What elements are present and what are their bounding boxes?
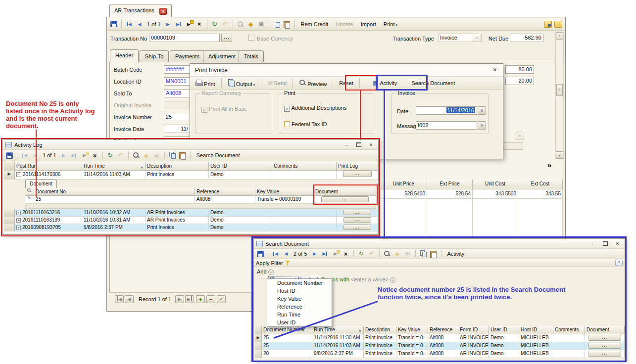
user-link-icon[interactable] — [543, 20, 552, 28]
scrollbar-thumb[interactable]: ≡ — [556, 84, 563, 96]
print-all-in-base-checkbox: ✓ Print All in Base — [201, 106, 247, 113]
tab-header[interactable]: Header — [110, 49, 139, 62]
additional-descriptions-checkbox[interactable]: ✓ Additional Descriptions — [284, 105, 346, 112]
chevron-down-icon: ▾ — [253, 83, 255, 87]
record-position-label: Record 1 of 1 — [136, 296, 174, 302]
save-icon[interactable] — [109, 20, 118, 28]
tab-adjustment[interactable]: Adjustment — [203, 50, 241, 62]
location-id-label: Location ID — [114, 79, 142, 85]
amount-field-1: 80.00 — [505, 65, 534, 74]
message-field[interactable]: I002 — [416, 121, 477, 130]
net-due-label: Net Due — [489, 36, 508, 42]
col-ext-cost[interactable]: Ext Cost — [518, 180, 563, 189]
invoice-group-title: Invoice — [396, 90, 417, 96]
dialog-title: Print Invoice — [195, 67, 228, 74]
checkbox-icon: ✓ — [201, 107, 207, 113]
print-menu-label: Print — [384, 21, 395, 27]
report-currency-title: Report Currency — [199, 90, 244, 96]
red-annotation-note: Document No 25 is only listed once in th… — [6, 100, 95, 130]
record-prev-button[interactable]: ◀ — [125, 295, 134, 303]
refresh-icon[interactable]: ↻ — [210, 20, 219, 28]
cell-unit-cost[interactable]: 343.5500 — [473, 189, 518, 199]
next-record-icon[interactable]: ▶ — [164, 20, 173, 28]
record-last-button[interactable]: ▶ — [185, 295, 194, 303]
chevron-down-icon: ▾ — [395, 23, 397, 27]
preview-label: Preview — [307, 81, 327, 87]
print-menu-button[interactable]: Print▾ — [381, 21, 400, 27]
collapse-button[interactable]: < — [217, 295, 226, 303]
base-currency-label: Base Currency — [257, 36, 293, 42]
detail-grid-empty-area — [381, 199, 563, 236]
tab-payments[interactable]: Payments — [170, 50, 205, 62]
transaction-type-label: Transaction Type — [392, 36, 434, 42]
previous-record-icon[interactable]: ◀ — [135, 20, 144, 28]
detail-grid-row[interactable]: 528.5400 528.54 343.5500 343.55 — [381, 189, 563, 199]
delete-icon[interactable]: × — [195, 20, 204, 28]
delete-row-button[interactable]: − — [206, 295, 215, 303]
batch-code-label: Batch Code — [114, 67, 142, 73]
transaction-type-dropdown-icon[interactable]: ∨ — [473, 34, 481, 42]
record-first-button[interactable]: ◀ — [115, 295, 124, 303]
date-dropdown-icon[interactable]: ∨ — [478, 106, 486, 115]
base-currency-checkbox[interactable] — [248, 35, 254, 41]
close-tab-icon[interactable]: × — [159, 8, 167, 15]
notes-icon[interactable] — [554, 20, 563, 28]
tab-ship-to[interactable]: Ship-To — [140, 50, 169, 62]
invoice-date-label: Invoice Date — [114, 126, 144, 132]
transaction-no-field[interactable]: 00000109 — [149, 34, 220, 42]
record-next-button[interactable]: ▶ — [175, 295, 184, 303]
invoice-date-field[interactable]: 11/ — [164, 125, 190, 133]
federal-tax-id-label: Federal Tax ID — [292, 121, 327, 127]
tab-totals[interactable]: Totals — [239, 50, 264, 62]
col-unit-cost[interactable]: Unit Cost — [473, 180, 518, 189]
cell-ext-price[interactable]: 528.54 — [427, 189, 473, 199]
tab-label: AR Transactions — [114, 7, 154, 13]
scroll-down-icon[interactable]: ∨ — [556, 151, 563, 159]
paste-icon[interactable] — [283, 20, 292, 28]
cell-unit-price[interactable]: 528.5400 — [381, 189, 427, 199]
rem-credit-button[interactable]: Rem Credit — [298, 21, 332, 27]
expand-grid-chevron-icon[interactable]: » — [547, 161, 551, 169]
screen: AR Transactions × ◀ ◀ 1 of 1 ▶ ▶ ▶ × ↻ ↶… — [0, 0, 636, 364]
printer-icon — [195, 80, 202, 86]
sold-to-label: Sold To — [114, 91, 132, 96]
output-button[interactable]: Output▾ — [225, 79, 258, 87]
preview-icon[interactable] — [236, 20, 245, 28]
scroll-up-icon[interactable]: ^ — [556, 32, 563, 40]
undo-icon[interactable]: ↶ — [221, 20, 230, 28]
federal-tax-id-checkbox[interactable]: Federal Tax ID — [284, 121, 327, 127]
close-icon[interactable]: × — [493, 66, 497, 74]
import-button[interactable]: Import — [358, 21, 379, 27]
checkbox-icon: ✓ — [284, 106, 290, 112]
drilldown-icon[interactable]: ◆ — [246, 20, 255, 28]
original-invoice-label: Original Invoice — [114, 102, 151, 108]
invoice-number-label: Invoice Number — [114, 114, 152, 120]
send-button[interactable]: ✉ Send — [264, 80, 290, 87]
print-group-title: Print — [282, 90, 297, 96]
send-label: Send — [274, 80, 287, 86]
date-field[interactable]: 11/14/2016 — [416, 106, 477, 115]
add-row-button[interactable]: + — [196, 295, 205, 303]
cell-ext-cost[interactable]: 343.55 — [518, 189, 563, 199]
transaction-no-finder-button[interactable]: ... — [221, 34, 232, 42]
print-all-in-base-label: Print All in Base — [209, 106, 247, 112]
red-highlight-activity-button — [345, 75, 377, 91]
message-dropdown-icon[interactable]: ∨ — [478, 121, 486, 130]
mail-icon[interactable]: ✉ — [257, 20, 266, 28]
record-position: 1 of 1 — [146, 21, 162, 27]
combo-dropdown-icon[interactable]: ∨ — [516, 132, 524, 140]
last-record-icon[interactable]: ▶ — [174, 20, 183, 28]
form-scrollbar[interactable]: ^ ≡ ∨ — [555, 32, 564, 159]
col-ext-price[interactable]: Ext Price — [427, 180, 473, 189]
col-unit-price[interactable]: Unit Price — [381, 180, 427, 189]
tab-ar-transactions[interactable]: AR Transactions × — [109, 4, 172, 17]
date-value: 11/14/2016 — [446, 107, 475, 113]
new-record-icon[interactable]: ▶ — [185, 20, 194, 28]
copy-icon[interactable] — [272, 20, 281, 28]
first-record-icon[interactable]: ◀ — [125, 20, 134, 28]
preview-button[interactable]: Preview — [296, 79, 330, 87]
update-button[interactable]: Update — [333, 21, 356, 27]
transaction-no-label: Transaction No — [110, 36, 147, 42]
mail-icon: ✉ — [267, 80, 272, 87]
print-button[interactable]: Print — [192, 80, 218, 87]
